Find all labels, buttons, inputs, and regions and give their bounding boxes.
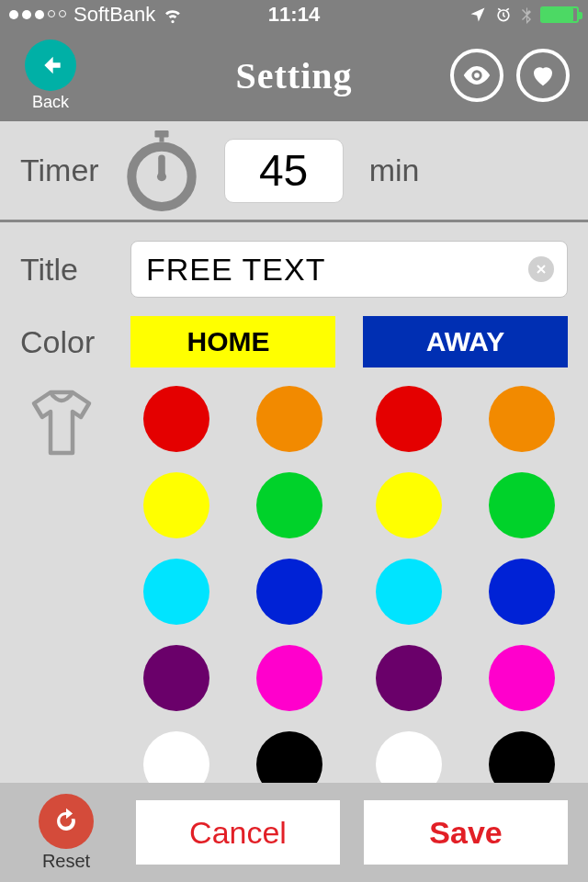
eye-icon bbox=[461, 60, 492, 91]
away-color-swatch[interactable] bbox=[489, 386, 555, 452]
home-color-swatch[interactable] bbox=[143, 731, 209, 783]
away-color-swatch[interactable] bbox=[489, 472, 555, 538]
cancel-label: Cancel bbox=[189, 815, 287, 851]
home-color-swatch[interactable] bbox=[256, 645, 322, 711]
svg-rect-2 bbox=[159, 135, 164, 142]
bluetooth-icon bbox=[520, 6, 533, 24]
color-label: Color bbox=[20, 324, 130, 360]
status-bar: SoftBank 11:14 bbox=[0, 0, 588, 29]
home-color-swatch[interactable] bbox=[256, 559, 322, 625]
home-color-swatch[interactable] bbox=[256, 731, 322, 783]
reset-icon bbox=[51, 806, 82, 837]
reset-label: Reset bbox=[42, 851, 90, 872]
heart-icon bbox=[529, 62, 557, 89]
wifi-icon bbox=[163, 5, 183, 25]
back-arrow-icon bbox=[36, 51, 65, 80]
away-color-swatch[interactable] bbox=[376, 472, 442, 538]
home-color-swatch[interactable] bbox=[256, 472, 322, 538]
save-label: Save bbox=[429, 815, 502, 851]
home-color-swatch[interactable] bbox=[143, 559, 209, 625]
away-color-swatch[interactable] bbox=[489, 559, 555, 625]
reset-button[interactable]: Reset bbox=[20, 794, 112, 872]
app-header: Back Setting bbox=[0, 29, 588, 121]
home-color-swatch[interactable] bbox=[143, 472, 209, 538]
title-label: Title bbox=[20, 252, 130, 288]
signal-strength-icon bbox=[9, 10, 66, 19]
shirt-icon bbox=[20, 386, 130, 459]
home-color-swatch[interactable] bbox=[256, 386, 322, 452]
home-color-swatch[interactable] bbox=[143, 386, 209, 452]
location-icon bbox=[469, 6, 487, 24]
away-color-swatch[interactable] bbox=[489, 731, 555, 783]
away-color-palette bbox=[363, 386, 568, 783]
alarm-icon bbox=[494, 6, 513, 24]
back-label: Back bbox=[32, 93, 69, 112]
timer-unit: min bbox=[369, 153, 420, 188]
preview-button[interactable] bbox=[450, 49, 503, 102]
save-button[interactable]: Save bbox=[364, 800, 568, 865]
away-color-swatch[interactable] bbox=[376, 731, 442, 783]
close-icon bbox=[536, 264, 547, 275]
stopwatch-icon bbox=[125, 134, 198, 208]
home-color-swatch[interactable] bbox=[143, 645, 209, 711]
tab-home[interactable]: HOME bbox=[130, 316, 335, 368]
away-color-swatch[interactable] bbox=[376, 386, 442, 452]
timer-section: Timer 45 min bbox=[0, 121, 588, 222]
carrier-label: SoftBank bbox=[74, 3, 155, 27]
timer-label: Timer bbox=[20, 153, 99, 188]
home-color-palette bbox=[130, 386, 335, 783]
tab-away[interactable]: AWAY bbox=[363, 316, 568, 368]
tab-away-label: AWAY bbox=[426, 326, 505, 357]
footer: Reset Cancel Save bbox=[0, 783, 588, 882]
timer-value: 45 bbox=[259, 145, 308, 196]
away-color-swatch[interactable] bbox=[489, 645, 555, 711]
title-input[interactable]: FREE TEXT bbox=[130, 241, 568, 298]
title-value: FREE TEXT bbox=[146, 252, 325, 288]
clock-label: 11:14 bbox=[268, 3, 320, 27]
cancel-button[interactable]: Cancel bbox=[136, 800, 340, 865]
clear-title-button[interactable] bbox=[528, 256, 554, 282]
away-color-swatch[interactable] bbox=[376, 559, 442, 625]
away-color-swatch[interactable] bbox=[376, 645, 442, 711]
form-area: Title FREE TEXT Color HOME AWAY bbox=[0, 222, 588, 783]
battery-icon bbox=[540, 6, 579, 23]
tab-home-label: HOME bbox=[197, 326, 270, 357]
timer-input[interactable]: 45 bbox=[224, 139, 344, 203]
favorite-button[interactable] bbox=[516, 49, 570, 102]
back-button[interactable]: Back bbox=[18, 40, 83, 112]
